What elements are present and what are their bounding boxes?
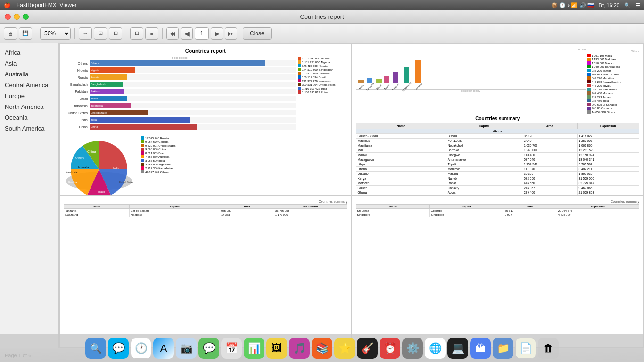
br-col-capital: Capital (430, 205, 504, 209)
mini-legend-japan: 337 273 Japan (587, 95, 639, 99)
br-row-singapore: Singapore Singapore 9 927 4 425 720 (356, 213, 639, 217)
br-col-name: Name (356, 205, 430, 209)
svg-text:Kazakhstan: Kazakhstan (66, 171, 78, 173)
dock-activity[interactable]: 📊 (244, 338, 264, 359)
dock-skype[interactable]: 💬 (108, 338, 129, 359)
sidebar-item-europe[interactable]: Europe (0, 90, 58, 101)
close-traffic-light[interactable] (5, 14, 11, 20)
dock-photos[interactable]: 🖼 (266, 338, 287, 359)
pie-legend-brazil: 8 511 965 Brazil (141, 151, 193, 155)
mini-legend-malta: 1 261 194 Malta (587, 54, 639, 57)
bl-col-area: Area (220, 205, 274, 209)
sidebar-item-africa[interactable]: Africa (0, 47, 58, 58)
dock-maps[interactable]: 📅 (221, 338, 242, 359)
dock-books[interactable]: 📚 (312, 338, 332, 359)
mini-legend-others-label: Others (587, 50, 639, 53)
bar-row-others: Others Others (64, 60, 296, 66)
pie-legend-china: 9 598 088 China (141, 148, 193, 151)
sidebar-item-oceania[interactable]: Oceania (0, 112, 58, 123)
mini-legend-tuvalu: 447 220 Tuvalu (587, 84, 639, 87)
page-number-input[interactable]: 1 (195, 27, 209, 40)
legend-nigeria: 1 381 271 000 Nigeria (298, 60, 347, 64)
minimize-traffic-light[interactable] (14, 14, 20, 20)
dock-finder2[interactable]: 🏔 (470, 338, 491, 359)
thumbnails-button[interactable]: ⊟ (130, 27, 143, 40)
two-pages-button[interactable]: ⊞ (109, 27, 122, 40)
dock-mail[interactable]: 📷 (176, 338, 197, 359)
br-col-area: Area (504, 205, 557, 209)
dock-trash[interactable]: 🗑 (538, 338, 559, 359)
sidebar-item-australia[interactable]: Australia (0, 69, 58, 80)
sidebar-item-south-america[interactable]: South America (0, 123, 58, 134)
maximize-traffic-light[interactable] (23, 14, 29, 20)
table-row: MauritiusPort Louis2 0401 280 002 (356, 139, 639, 143)
pie-legend-argentina: 2 788 000 Argentina (141, 163, 193, 166)
mini-legend-el-salvador: 309 625 El Salvador (587, 103, 639, 106)
dock-timemachine[interactable]: ⏰ (380, 338, 400, 359)
legend-bangladesh: 144 319 000 Bangladesh (298, 68, 347, 71)
main-layout: Africa Asia Australia Central America Eu… (0, 43, 644, 348)
bl-col-capital: Capital (130, 205, 220, 209)
bar-chart-section: P 000 000 000 Others Others Nigeria Nige… (64, 57, 347, 131)
dock-finder3[interactable]: 📁 (493, 338, 513, 359)
svg-text:India: India (113, 167, 120, 170)
bar-malta: Malta (358, 80, 364, 88)
bar-row-brazil: Brazil Brazil (64, 96, 296, 101)
first-page-button[interactable]: ⏮ (166, 27, 179, 40)
page-panel-4: Countries summary Name Capital Area Popu… (352, 196, 644, 347)
sidebar-item-north-america[interactable]: North America (0, 101, 58, 112)
table-row: MadagascarAntananarivo587 04018 040 341 (356, 157, 639, 162)
window-title: Countries report (300, 13, 344, 20)
close-button[interactable]: Close (243, 27, 272, 40)
macos-menubar: 🍎 FastReportFMX_Viewer 📦 🕐 ♪ 📶 🔊 🇷🇺 Вт, … (0, 0, 644, 10)
table-row: LesothoMaseru30 3551 867 035 (356, 172, 639, 176)
pie-legend-kazakhstan: 2 717 300 Kazakhstan (141, 166, 193, 170)
col-population: Population (577, 123, 639, 129)
summary-table: Name Capital Area Population Africa Guin… (356, 123, 640, 195)
mini-legend-comoros: 308 85 Comoros (587, 107, 639, 110)
bl-row-swaziland: Swaziland Mbabane 17 363 1 173 900 (64, 213, 347, 217)
sidebar-item-central-america[interactable]: Central America (0, 80, 58, 90)
mini-bar-legend: Others 1 261 194 Malta 1 193 067 Maldive… (587, 48, 639, 114)
legend-india: 1 210 193 422 India (298, 87, 347, 90)
page-panel-2: 18 000 Malta Barbados Naur (352, 44, 644, 195)
menubar-search-icon[interactable]: 🔍 (624, 2, 631, 8)
table-row: MalawiLilongwe118 48012 158 924 (356, 153, 639, 157)
dock-garageband[interactable]: 🎸 (357, 338, 378, 359)
dock-notes[interactable]: ⭐ (334, 338, 355, 359)
dock-finder[interactable]: 🔍 (85, 338, 106, 359)
menubar-menu-icon[interactable]: ☰ (636, 2, 640, 8)
prev-page-button[interactable]: ◀ (181, 27, 193, 40)
summary-title: Countries summary (356, 116, 640, 121)
save-button[interactable]: 💾 (19, 27, 32, 40)
page-width-button[interactable]: ↔ (79, 27, 92, 40)
mini-legend-mauritius: 869 226 Mauritius (587, 76, 639, 80)
table-row: KenyaNairobi582 65031 529 000 (356, 176, 639, 181)
table-row: Gambia TheBanjul11 3001 593 256 (356, 195, 639, 196)
next-page-button[interactable]: ▶ (211, 27, 223, 40)
bottom-left-title: Countries summary (64, 200, 347, 203)
legend-pakistan: 192 479 000 Pakistan (298, 72, 347, 75)
print-button[interactable]: 🖨 (4, 27, 17, 40)
table-row: GhanaAccra239 46021 029 853 (356, 190, 639, 195)
sidebar-item-asia[interactable]: Asia (0, 58, 58, 69)
legend-brazil: 186 112 794 Brazil (298, 75, 347, 79)
whole-page-button[interactable]: ⊡ (94, 27, 107, 40)
zoom-select[interactable]: 50% 75% 100% (40, 27, 71, 40)
svg-text:Brazil: Brazil (98, 190, 105, 193)
dock-appstore[interactable]: A (153, 338, 174, 359)
bar-tuvalu: Tuvalu (383, 76, 390, 88)
dock-itunes[interactable]: 🎵 (289, 338, 310, 359)
last-page-button[interactable]: ⏭ (225, 27, 237, 40)
traffic-lights[interactable] (5, 14, 29, 20)
dock-clock[interactable]: 🕐 (131, 338, 151, 359)
dock-messages[interactable]: 💬 (198, 338, 219, 359)
dock-sysperf[interactable]: ⚙️ (402, 338, 423, 359)
mini-legend-macao: 1 010 000 Macao (587, 61, 639, 65)
dock-textedit[interactable]: 📄 (515, 338, 536, 359)
dock-chrome[interactable]: 🌐 (425, 338, 446, 359)
mini-legend-others-2: 14 054 308 Others (587, 110, 639, 114)
outline-button[interactable]: ≡ (145, 27, 158, 40)
dock-terminal[interactable]: 💻 (447, 338, 468, 359)
bar-row-indonesia: Indonesia Indonesia (64, 103, 296, 108)
